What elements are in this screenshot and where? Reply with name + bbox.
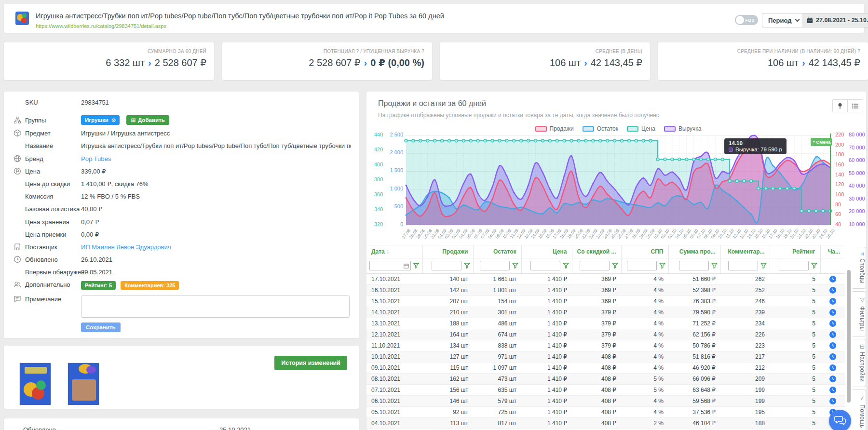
filter-funnel-icon[interactable] xyxy=(512,263,518,269)
legend-item-Остаток[interactable]: Остаток xyxy=(583,125,618,132)
detail-value: 29.05.2021 xyxy=(81,268,112,276)
side-tab-2[interactable]: ⊞Настройки xyxy=(853,339,866,387)
save-button[interactable]: Сохранить xyxy=(81,322,121,332)
column-header-6[interactable]: Сумма про... xyxy=(668,245,720,258)
filter-input[interactable] xyxy=(679,261,709,270)
legend-item-Продажи[interactable]: Продажи xyxy=(535,125,574,132)
detail-row-7: Комиссия12 % FBO / 5 % FBS xyxy=(4,192,359,204)
note-textarea[interactable] xyxy=(81,296,350,318)
history-button[interactable]: История изменений xyxy=(274,356,347,370)
detail-row-10: Цена приемки0,00 ₽ xyxy=(4,230,359,242)
filter-input[interactable] xyxy=(530,261,560,270)
side-tab-0[interactable]: ≡Столбцы xyxy=(853,247,866,289)
product-image[interactable] xyxy=(68,363,99,405)
column-header-7[interactable]: Комментар... xyxy=(720,245,770,258)
calendar-icon[interactable] xyxy=(404,263,409,269)
cell: 246 xyxy=(720,296,770,307)
column-header-4[interactable]: Со скидкой ... xyxy=(572,245,621,258)
chat-button[interactable] xyxy=(829,410,851,430)
history-clock-icon[interactable] xyxy=(829,298,836,305)
table-scrollbar[interactable] xyxy=(847,270,851,403)
cell: 142 шт xyxy=(422,284,473,296)
detail-link[interactable]: ИП Маилян Левон Эдуардович xyxy=(81,243,171,251)
filter-funnel-icon[interactable] xyxy=(413,263,419,269)
column-header-8[interactable]: Рейтинг xyxy=(770,245,820,258)
side-tab-1[interactable]: ▽Фильтры xyxy=(853,291,866,336)
filter-funnel-icon[interactable] xyxy=(563,263,569,269)
date-range-button[interactable]: 27.08.2021 - 25.10.2021 xyxy=(802,13,868,27)
history-clock-icon[interactable] xyxy=(829,398,836,404)
cell: 79 590 ₽ xyxy=(668,307,720,318)
filter-input[interactable] xyxy=(779,261,809,270)
cell: 92 шт xyxy=(422,406,473,417)
column-header-9[interactable]: Ча... xyxy=(820,245,845,258)
history-clock-icon[interactable] xyxy=(829,387,836,393)
detail-value: Игрушки / Игрушка антистресс xyxy=(81,129,170,137)
column-header-1[interactable]: Продажи xyxy=(422,245,473,258)
cell-history xyxy=(820,273,845,284)
product-url-link[interactable]: https://www.wildberries.ru/catalog/29834… xyxy=(36,23,166,29)
detail-row-14: ДополнительноРейтинг: 5Комментариев: 325 xyxy=(4,280,359,295)
filter-funnel-icon[interactable] xyxy=(464,263,470,269)
column-header-2[interactable]: Остаток xyxy=(473,245,521,258)
chart-pin-button[interactable] xyxy=(832,99,848,112)
y-axis-label: 380 xyxy=(366,176,383,182)
filter-cell xyxy=(820,258,845,273)
cell: 66 096 ₽ xyxy=(668,373,720,384)
history-clock-icon[interactable] xyxy=(829,353,836,360)
legend-item-Выручка[interactable]: Выручка xyxy=(664,125,702,132)
period-dropdown[interactable]: Период xyxy=(762,13,805,27)
y-axis-label: 1 000 xyxy=(366,186,403,191)
cell: 1 410 ₽ xyxy=(521,362,572,373)
history-clock-icon[interactable] xyxy=(829,287,836,294)
filter-controls xyxy=(525,261,569,270)
chart-legend: ПродажиОстатокЦенаВыручка xyxy=(406,125,830,132)
group-tag[interactable]: Игрушки ⊗ xyxy=(81,115,120,125)
globe-icon xyxy=(14,155,21,162)
filter-funnel-icon[interactable] xyxy=(659,263,665,269)
cell: 262 xyxy=(720,273,770,284)
filter-input[interactable] xyxy=(728,261,758,270)
cell: 379 ₽ xyxy=(572,329,621,340)
history-clock-icon[interactable] xyxy=(829,376,836,382)
detail-row-2: ПредметИгрушки / Игрушка антистресс xyxy=(4,129,359,141)
detail-link[interactable]: Pop Tubes xyxy=(81,155,111,162)
column-header-0[interactable]: Дата ↓ xyxy=(366,245,422,258)
history-clock-icon[interactable] xyxy=(829,309,836,316)
store-icon xyxy=(14,243,25,251)
cell: 5 xyxy=(770,329,820,340)
table-row: 17.10.2021140 шт1 661 шт1 410 ₽369 ₽4 %5… xyxy=(366,273,845,284)
history-clock-icon[interactable] xyxy=(829,320,836,327)
detail-row-12: Обновлено26.10.2021 xyxy=(4,255,359,268)
product-image[interactable] xyxy=(19,363,51,405)
filter-input[interactable] xyxy=(480,261,510,270)
filter-funnel-icon[interactable] xyxy=(711,263,718,269)
filter-funnel-icon[interactable] xyxy=(612,263,618,269)
cell: 1 410 ₽ xyxy=(521,329,572,340)
cell: 5 xyxy=(770,351,820,362)
fbs-toggle[interactable]: FBS xyxy=(735,15,758,25)
remove-tag-icon[interactable]: ⊗ xyxy=(111,117,116,123)
cell: 5 xyxy=(770,296,820,307)
add-group-button[interactable]: ⊞ Добавить xyxy=(126,115,169,125)
filter-input[interactable] xyxy=(369,261,411,270)
column-header-3[interactable]: Цена xyxy=(521,245,572,258)
history-clock-icon[interactable] xyxy=(829,364,836,371)
cell: 07.10.2021 xyxy=(366,384,422,395)
side-tab-3[interactable]: ✓Помощь xyxy=(853,390,866,430)
side-tabs: ≡Столбцы▽Фильтры⊞Настройки✓Помощь xyxy=(853,247,866,430)
filter-input[interactable] xyxy=(580,261,610,270)
y-axis-label: 120 xyxy=(835,181,844,187)
filter-input[interactable] xyxy=(627,261,657,270)
history-clock-icon[interactable] xyxy=(829,276,836,282)
detail-label: Цена хранения xyxy=(25,217,81,226)
chart-list-button[interactable] xyxy=(848,99,863,112)
column-header-5[interactable]: СПП xyxy=(621,245,668,258)
product-thumbnail-icon[interactable] xyxy=(15,12,29,25)
filter-funnel-icon[interactable] xyxy=(811,263,817,269)
history-clock-icon[interactable] xyxy=(829,342,836,349)
filter-funnel-icon[interactable] xyxy=(760,263,767,269)
legend-item-Цена[interactable]: Цена xyxy=(627,125,655,132)
history-clock-icon[interactable] xyxy=(829,331,836,338)
filter-input[interactable] xyxy=(432,261,461,270)
